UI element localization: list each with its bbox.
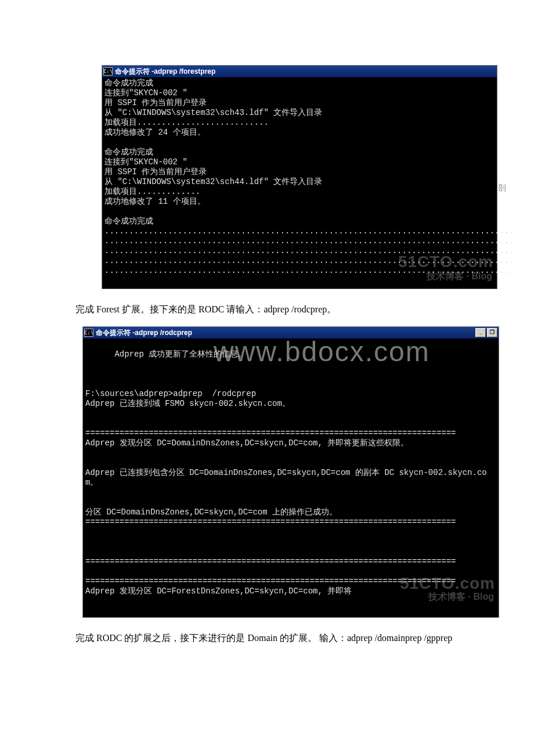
doc-paragraph-2: 完成 RODC 的扩展之后，接下来进行的是 Domain 的扩展。 输入：adp… (75, 632, 482, 645)
cut-off-char: 剖 (498, 183, 534, 193)
console-text: Adprep 成功更新了全林性的信息。 F:\sources\adprep>ad… (85, 350, 487, 596)
cmd-window-rodcprep: C:\ 命令提示符 - adprep /rodcprep _ ❐ Adprep … (82, 326, 499, 618)
console-output[interactable]: Adprep 成功更新了全林性的信息。 F:\sources\adprep>ad… (83, 339, 499, 617)
titlebar[interactable]: C:\ 命令提示符 - adprep /forestprep (102, 66, 497, 77)
window-controls: _ ❐ (475, 328, 497, 337)
titlebar[interactable]: C:\ 命令提示符 - adprep /rodcprep _ ❐ (83, 327, 499, 339)
cmd-window-forestprep: C:\ 命令提示符 - adprep /forestprep 命令成功完成 连接… (102, 65, 497, 289)
doc-paragraph-1: 完成 Forest 扩展。接下来的是 RODC 请输入：adprep /rodc… (75, 303, 482, 316)
minimize-button[interactable]: _ (475, 328, 486, 337)
title-command: adprep /forestprep (154, 67, 215, 75)
restore-button[interactable]: ❐ (487, 328, 497, 337)
console-output[interactable]: 命令成功完成 连接到"SKYCN-002 " 用 SSPI 作为当前用户登录 从… (102, 77, 497, 289)
title-prefix: 命令提示符 - (115, 67, 154, 77)
cmd-icon: C:\ (103, 67, 113, 75)
cmd-icon: C:\ (84, 329, 93, 337)
title-command: adprep /rodcprep (135, 329, 192, 337)
title-prefix: 命令提示符 - (96, 328, 135, 338)
